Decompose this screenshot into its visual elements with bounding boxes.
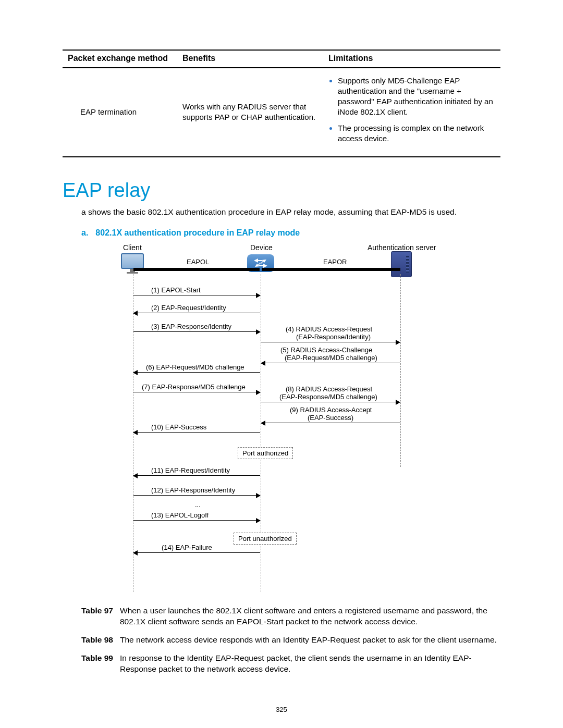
arrow-11 [133, 475, 260, 476]
step-text: The network access device responds with … [120, 635, 497, 646]
th-method: Packet exchange method [63, 50, 177, 68]
cell-benefits: Works with any RADIUS server that suppor… [177, 68, 323, 157]
msg-7: (7) EAP-Response/MD5 challenge [142, 382, 246, 392]
state-port-authorized: Port authorized [238, 447, 293, 460]
arrow-14 [133, 552, 260, 553]
limitation-item: The processing is complex on the network… [338, 123, 495, 144]
msg-1: (1) EAPOL-Start [151, 286, 201, 295]
server-lifeline [400, 274, 401, 467]
msg-11: (11) EAP-Request/Identity [151, 466, 230, 475]
arrow-3 [133, 331, 260, 332]
arrow-6 [133, 372, 260, 373]
msg-3: (3) EAP-Response/Identity [151, 322, 231, 331]
msg-8b: (EAP-Response/MD5 challenge) [279, 392, 377, 402]
step-item: Table 98 The network access device respo… [81, 635, 500, 646]
arrow-7 [133, 392, 260, 392]
step-item: Table 99 In response to the Identity EAP… [81, 653, 500, 675]
arrow-12 [133, 495, 260, 496]
arrow-10 [133, 432, 260, 433]
page-number: 325 [0, 705, 563, 714]
caption-number: a. [81, 228, 88, 237]
cell-method: EAP termination [63, 68, 177, 157]
arrow-1 [133, 295, 260, 295]
msg-9b: (EAP-Success) [308, 413, 353, 423]
server-icon [391, 251, 412, 277]
intro-paragraph: a shows the basic 802.1X authentication … [81, 207, 500, 218]
limitation-item: Supports only MD5-Challenge EAP authenti… [338, 76, 495, 118]
sequence-diagram: Client Device Authentication server EAPO… [94, 243, 454, 592]
step-text: In response to the Identity EAP-Request … [120, 653, 500, 675]
cell-limitations: Supports only MD5-Challenge EAP authenti… [323, 68, 500, 157]
msg-5b: (EAP-Request/MD5 challenge) [285, 353, 377, 363]
msg-10: (10) EAP-Success [151, 423, 206, 432]
section-heading-eap-relay: EAP relay [63, 177, 500, 204]
step-text: When a user launches the 802.1X client s… [120, 606, 500, 627]
arrow-13 [133, 520, 260, 521]
th-benefits: Benefits [177, 50, 323, 68]
msg-2: (2) EAP-Request/Identity [151, 303, 226, 313]
step-tag: Table 99 [81, 653, 120, 675]
eapol-link-bar [133, 268, 260, 271]
packet-exchange-table: Packet exchange method Benefits Limitati… [63, 50, 500, 157]
arrow-8 [261, 402, 400, 402]
step-tag: Table 97 [81, 606, 120, 627]
arrow-2 [133, 313, 260, 313]
msg-12: (12) EAP-Response/Identity [151, 486, 235, 495]
arrow-5 [261, 363, 400, 363]
arrow-9 [261, 423, 400, 423]
procedure-steps: Table 97 When a user launches the 802.1X… [81, 606, 500, 675]
arrow-4 [261, 342, 400, 342]
caption-text: 802.1X authentication procedure in EAP r… [95, 228, 300, 237]
figure-caption: a.802.1X authentication procedure in EAP… [81, 227, 500, 239]
msg-14: (14) EAP-Failure [162, 543, 212, 552]
step-tag: Table 98 [81, 635, 120, 646]
eapol-label: EAPOL [187, 257, 209, 267]
msg-13: (13) EAPOL-Logoff [151, 511, 209, 520]
eapor-label: EAPOR [323, 257, 347, 267]
msg-6: (6) EAP-Request/MD5 challenge [146, 363, 244, 372]
actor-device-label: Device [250, 243, 273, 253]
msg-4b: (EAP-Response/Identity) [296, 332, 371, 342]
step-item: Table 97 When a user launches the 802.1X… [81, 606, 500, 627]
eapor-link-bar [262, 268, 400, 271]
state-port-unauthorized: Port unauthorized [234, 533, 297, 545]
ellipsis: ... [195, 500, 201, 510]
th-limitations: Limitations [323, 50, 500, 68]
actor-client-label: Client [123, 243, 142, 253]
